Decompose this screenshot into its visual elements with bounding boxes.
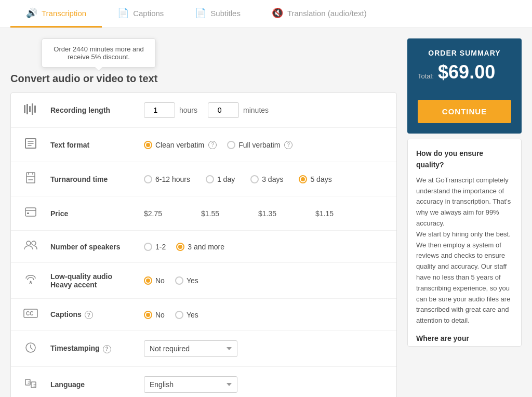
hours-unit: hours [179,106,197,114]
speakers-3plus-option[interactable]: 3 and more [176,243,224,251]
turnaround-5days-radio[interactable] [299,175,307,183]
full-verbatim-radio[interactable] [227,141,235,149]
text-format-icon [21,137,40,152]
turnaround-1day-option[interactable]: 1 day [206,175,235,183]
clean-verbatim-radio[interactable] [144,141,152,149]
form-card: Recording length hours minutes [10,92,397,397]
low-quality-yes-radio[interactable] [175,276,183,285]
recording-length-label: Recording length [50,106,134,114]
language-icon [21,377,40,392]
tab-transcription[interactable]: 🔊 Transcription [10,0,102,28]
language-select[interactable]: English Spanish French German Italian Po… [144,376,237,393]
turnaround-3days-option[interactable]: 3 days [250,175,283,183]
price-label: Price [50,209,134,218]
translation-icon: 🔇 [272,7,283,19]
quality-text-1: We at GoTranscript completely understand… [416,175,513,326]
timestamping-info-icon[interactable]: ? [103,345,111,353]
language-controls: English Spanish French German Italian Po… [144,376,386,393]
turnaround-5days-option[interactable]: 5 days [299,175,331,183]
svg-rect-6 [26,173,35,183]
full-verbatim-option[interactable]: Full verbatim ? [227,141,292,149]
price-value-3: $1.15 [315,209,357,218]
page-title: Convert audio or video to text [10,73,397,85]
quality-card: How do you ensure quality? We at GoTrans… [407,139,522,347]
svg-rect-7 [25,208,36,216]
tab-translation[interactable]: 🔇 Translation (audio/text) [256,0,382,28]
full-verbatim-label: Full verbatim [238,141,280,149]
quality-question-2: Where are your transcriptionists located… [416,333,513,347]
price-icon [21,206,40,221]
timestamping-select[interactable]: Not required Every 2 minutes Every parag… [144,340,237,357]
tab-captions[interactable]: 📄 Captions [102,0,179,28]
svg-rect-1 [26,104,28,114]
captions-icon: 📄 [117,7,129,19]
low-quality-no-label: No [155,276,165,285]
timestamping-controls: Not required Every 2 minutes Every parag… [144,340,386,357]
captions-yes-option[interactable]: Yes [175,311,198,319]
tab-captions-label: Captions [133,9,164,18]
captions-yes-label: Yes [187,311,198,319]
hours-input[interactable] [144,102,175,118]
full-verbatim-info-icon[interactable]: ? [284,141,292,149]
continue-button[interactable]: CONTINUE [418,100,511,123]
transcription-icon: 🔊 [26,7,37,19]
captions-info-icon[interactable]: ? [85,311,93,319]
timestamping-label: Timestamping ? [50,344,134,353]
svg-rect-4 [34,105,36,113]
minutes-unit: minutes [243,106,269,114]
recording-length-controls: hours minutes [144,102,386,118]
low-quality-yes-option[interactable]: Yes [175,276,198,285]
turnaround-3days-label: 3 days [262,175,283,183]
minutes-input[interactable] [208,102,239,118]
turnaround-5days-label: 5 days [310,175,331,183]
low-quality-no-option[interactable]: No [144,276,165,285]
top-navigation: 🔊 Transcription 📄 Captions 📄 Subtitles 🔇… [0,0,532,28]
price-row: Price $2.75 $1.55 $1.35 $1.15 [11,196,396,231]
hours-input-group: hours [144,102,197,118]
low-quality-icon [21,274,40,287]
price-value-1: $1.55 [201,209,243,218]
captions-label: Captions ? [50,310,134,320]
turnaround-6-12-radio[interactable] [144,175,152,183]
speakers-label: Number of speakers [50,243,134,251]
order-summary-card: ORDER SUMMARY Total: $69.00 CONTINUE [407,38,522,134]
turnaround-3days-radio[interactable] [250,175,259,183]
captions-no-radio[interactable] [144,311,152,319]
turnaround-label: Turnaround time [50,175,134,183]
svg-rect-3 [32,103,33,115]
turnaround-1day-radio[interactable] [206,175,214,183]
svg-rect-0 [24,105,25,113]
language-label: Language [50,380,134,389]
captions-no-option[interactable]: No [144,311,165,319]
language-row: Language English Spanish French German I… [11,367,396,397]
price-value-0: $2.75 [144,209,185,218]
speakers-1-2-radio[interactable] [144,243,152,251]
speakers-1-2-label: 1-2 [155,243,166,251]
svg-point-10 [32,241,36,245]
text-format-label: Text format [50,141,134,149]
svg-point-9 [26,241,31,245]
clean-verbatim-option[interactable]: Clean verbatim ? [144,141,217,149]
discount-tooltip: Order 2440 minutes more and receive 5% d… [42,38,156,68]
speakers-1-2-option[interactable]: 1-2 [144,243,166,251]
turnaround-1day-label: 1 day [217,175,235,183]
low-quality-controls: No Yes [144,276,386,285]
low-quality-no-radio[interactable] [144,276,152,285]
tab-subtitles[interactable]: 📄 Subtitles [179,0,256,28]
captions-no-label: No [155,311,165,319]
clean-verbatim-info-icon[interactable]: ? [208,141,217,149]
speakers-3plus-radio[interactable] [176,243,184,251]
speakers-row: Number of speakers 1-2 3 and more [11,231,396,263]
turnaround-time-row: Turnaround time 6-12 hours 1 day 3 days [11,162,396,196]
turnaround-6-12-option[interactable]: 6-12 hours [144,175,190,183]
main-content: Order 2440 minutes more and receive 5% d… [0,28,532,397]
captions-row-icon: CC [21,308,40,321]
subtitles-icon: 📄 [195,7,206,19]
captions-yes-radio[interactable] [175,311,183,319]
svg-point-11 [30,281,32,282]
speakers-controls: 1-2 3 and more [144,243,386,251]
turnaround-controls: 6-12 hours 1 day 3 days 5 days [144,175,386,183]
low-quality-row: Low-quality audio Heavy accent No Yes [11,263,396,299]
turnaround-icon [21,171,40,187]
svg-rect-8 [27,213,29,214]
